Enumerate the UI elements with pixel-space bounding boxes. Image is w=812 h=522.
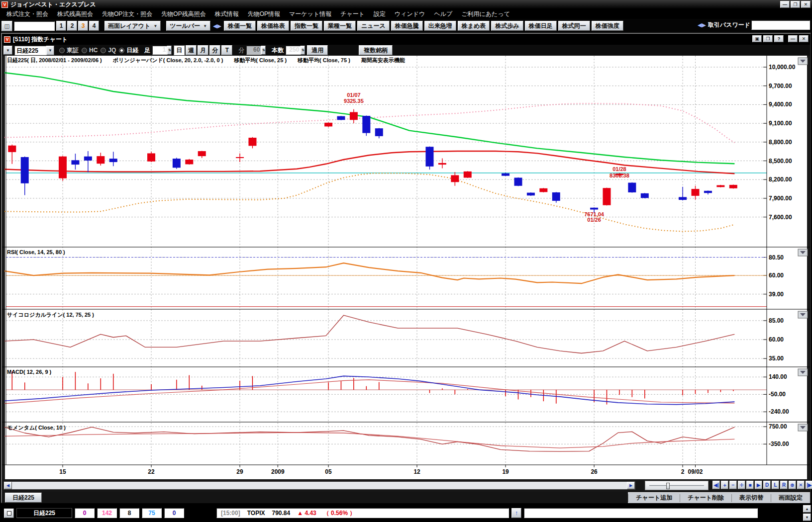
- preset-button[interactable]: 2: [67, 21, 77, 31]
- zoom-slider[interactable]: [645, 481, 709, 490]
- menu-item[interactable]: 設定: [369, 9, 390, 19]
- period-button[interactable]: 週: [186, 45, 197, 55]
- panel-dropdown-icon[interactable]: [798, 249, 808, 256]
- period-button[interactable]: 分: [209, 45, 220, 55]
- horizontal-scrollbar[interactable]: ◀ ▶: [3, 481, 635, 490]
- market-radio[interactable]: JQ: [101, 46, 116, 55]
- chart-action-button[interactable]: 表示切替: [731, 494, 771, 502]
- chart-tool-button[interactable]: |▶: [806, 481, 812, 489]
- close-icon[interactable]: ✕: [801, 1, 811, 8]
- price-chart: 152229200905121926209/0210,000.009,700.0…: [2, 56, 810, 479]
- chart-tool-button[interactable]: ＋: [721, 481, 728, 489]
- trade-password-input[interactable]: [751, 20, 810, 30]
- menu-item[interactable]: チャート: [336, 9, 369, 19]
- chart-tool-button[interactable]: ◀|: [712, 481, 720, 489]
- ashi-stepper[interactable]: 1 ⇅: [152, 46, 172, 55]
- screen-layout-label: 画面レイアウト: [108, 22, 150, 30]
- market-radio[interactable]: HC: [82, 46, 98, 55]
- svg-text:750.00: 750.00: [769, 423, 787, 430]
- quick-button[interactable]: 株価一覧: [224, 21, 256, 31]
- quick-button[interactable]: 株式同一: [558, 21, 590, 31]
- duplicate-icon[interactable]: ❐: [763, 35, 773, 42]
- expand-up-icon[interactable]: ↑: [511, 508, 521, 518]
- slider-thumb[interactable]: [666, 483, 670, 489]
- status-toggle-button[interactable]: [4, 509, 14, 518]
- scroll-left-icon[interactable]: ◀: [4, 482, 12, 489]
- panel-dropdown-icon[interactable]: [798, 424, 808, 431]
- chart-action-button[interactable]: 画面設定: [771, 494, 810, 502]
- menu-item[interactable]: ウィンドウ: [390, 9, 429, 19]
- quick-button[interactable]: 株価格表: [257, 21, 289, 31]
- spinner-icon[interactable]: ⇅: [167, 46, 172, 55]
- help-icon[interactable]: ?: [774, 35, 784, 42]
- minimize-icon[interactable]: —: [788, 35, 798, 42]
- period-button[interactable]: 月: [198, 45, 208, 55]
- toolbar-dropdown[interactable]: ツールバー▼: [166, 21, 210, 31]
- quick-button[interactable]: 出来急増: [424, 21, 456, 31]
- chart-type-dropdown[interactable]: ▼: [3, 46, 12, 55]
- chart-tool-button[interactable]: ⊕: [789, 481, 796, 489]
- chart-tool-button[interactable]: ✛: [738, 481, 745, 489]
- scroll-down-icon[interactable]: ▼: [803, 514, 811, 521]
- legend-item: 移動平均( Close, 75 ): [298, 57, 350, 64]
- multi-symbol-button[interactable]: 複数銘柄: [359, 45, 393, 55]
- minimize-icon[interactable]: —: [780, 1, 790, 8]
- symbol-combo[interactable]: 日経225 ▼: [14, 46, 54, 55]
- market-radio[interactable]: 日経: [119, 46, 138, 55]
- chart-tool-button[interactable]: L: [772, 481, 779, 489]
- panel-dropdown-icon[interactable]: [798, 58, 808, 65]
- quick-button[interactable]: 株価強度: [592, 21, 623, 31]
- quick-button[interactable]: 業種一覧: [324, 21, 356, 31]
- menu-item[interactable]: ヘルプ: [429, 9, 457, 19]
- preset-button[interactable]: 4: [89, 21, 99, 31]
- menu-item[interactable]: ご利用にあたって: [457, 9, 514, 19]
- menu-item[interactable]: 株式残高照会: [53, 9, 98, 19]
- panel-dropdown-icon[interactable]: [798, 369, 808, 376]
- menu-item[interactable]: 先物OP残高照会: [157, 9, 210, 19]
- restore-icon[interactable]: ❐: [791, 1, 800, 8]
- menu-item[interactable]: 株式注文・照会: [2, 9, 53, 19]
- quick-button[interactable]: 株価急騰: [391, 21, 423, 31]
- period-button[interactable]: 日: [174, 45, 185, 55]
- screen-layout-dropdown[interactable]: 画面レイアウト▼: [104, 21, 161, 31]
- preset-button[interactable]: 3: [78, 21, 88, 31]
- spinner-icon[interactable]: ⇅: [301, 46, 305, 55]
- bars-stepper[interactable]: 250 ⇅: [286, 46, 305, 55]
- collapse-icon[interactable]: ◀▶: [212, 23, 222, 29]
- quick-button[interactable]: 指数一覧: [291, 21, 322, 31]
- menu-item[interactable]: 先物OP情報: [243, 9, 285, 19]
- svg-text:26: 26: [591, 468, 598, 475]
- quick-button[interactable]: 株式歩み: [491, 21, 523, 31]
- panel-dropdown-icon[interactable]: [798, 311, 808, 318]
- menu-item[interactable]: マーケット情報: [285, 9, 336, 19]
- chart-action-button[interactable]: チャート追加: [628, 494, 680, 502]
- apply-button[interactable]: 適用: [307, 45, 328, 55]
- svg-text:-350.00: -350.00: [769, 440, 789, 447]
- period-button[interactable]: T: [221, 45, 232, 55]
- menu-item[interactable]: 先物OP注文・照会: [98, 9, 157, 19]
- chevron-down-icon[interactable]: ▼: [46, 46, 54, 55]
- popout-icon[interactable]: ▣: [752, 35, 762, 42]
- tab-nikkei225[interactable]: 日経225: [5, 493, 42, 503]
- chart-action-button[interactable]: チャート削除: [680, 494, 731, 502]
- chart-tool-button[interactable]: ■: [746, 481, 754, 489]
- scroll-up-icon[interactable]: ▲: [803, 505, 811, 513]
- svg-text:22: 22: [148, 468, 155, 475]
- layout-grid-icon[interactable]: ◫: [1, 21, 12, 31]
- symbol-code-input[interactable]: [14, 21, 55, 31]
- chart-tool-button[interactable]: −: [729, 481, 737, 489]
- preset-button[interactable]: 1: [56, 21, 66, 31]
- chart-tool-button[interactable]: R: [780, 481, 788, 489]
- chart-tool-button[interactable]: ✕: [797, 481, 805, 489]
- scroll-right-icon[interactable]: ▶: [627, 482, 635, 489]
- minute-value: 60: [246, 46, 261, 55]
- collapse-icon[interactable]: ◀▶: [697, 22, 707, 28]
- menu-item[interactable]: 株式情報: [210, 9, 243, 19]
- quick-button[interactable]: ニュース: [357, 21, 390, 31]
- close-icon[interactable]: ✕: [799, 35, 809, 42]
- quick-button[interactable]: 株価日足: [525, 21, 557, 31]
- market-radio[interactable]: 東証: [59, 46, 79, 55]
- quick-button[interactable]: 株まめ表: [458, 21, 490, 31]
- chart-tool-button[interactable]: D: [763, 481, 771, 489]
- chart-tool-button[interactable]: ▶: [755, 481, 762, 489]
